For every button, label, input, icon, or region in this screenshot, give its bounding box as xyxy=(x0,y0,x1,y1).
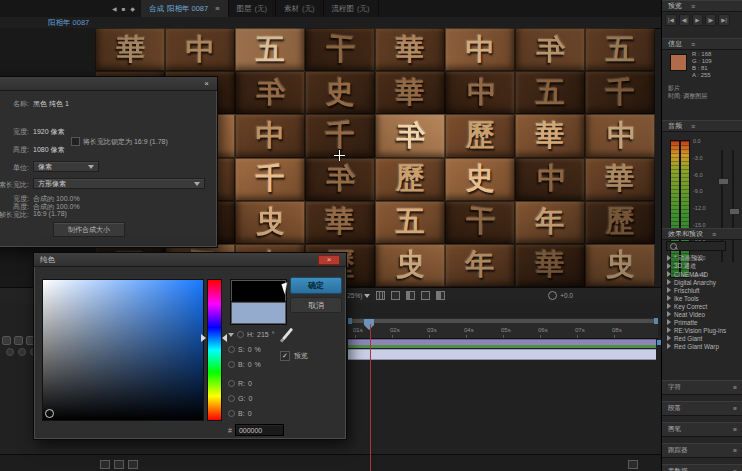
exposure-control[interactable]: +0.0 xyxy=(548,291,573,300)
hue-strip[interactable] xyxy=(207,279,222,421)
effects-category[interactable]: RE:Vision Plug-ins xyxy=(662,326,742,334)
preview-panel-header[interactable]: 预览 ≡ xyxy=(662,0,742,12)
panel-menu-icon[interactable]: ≡ xyxy=(733,384,737,391)
panel-menu-icon[interactable]: ≡ xyxy=(712,231,716,238)
comp-tab[interactable]: 阳相年 0087 xyxy=(48,18,89,28)
shy-switch-icon[interactable] xyxy=(6,348,14,356)
collapsed-panel-header-4[interactable]: 跟踪器≡ xyxy=(662,443,742,458)
expand-arrow-icon xyxy=(667,287,671,293)
panel-menu-icon[interactable]: ≡ xyxy=(691,3,695,10)
saturation-field[interactable]: S:0% xyxy=(228,342,298,357)
radio-icon[interactable] xyxy=(228,380,235,387)
panel-menu-icon[interactable]: ≡ xyxy=(733,447,737,454)
prev-frame-button[interactable]: ◀| xyxy=(679,14,691,26)
audio-switch-icon[interactable] xyxy=(14,336,23,345)
square-icon[interactable]: ■ xyxy=(122,6,126,12)
audio-slider-handle-right[interactable] xyxy=(729,208,740,215)
effects-category[interactable]: Key Correct xyxy=(662,302,742,310)
panel-menu-icon[interactable]: ≡ xyxy=(215,4,219,13)
effects-category[interactable]: Red Giant xyxy=(662,334,742,342)
hex-input[interactable]: 000000 xyxy=(235,424,284,436)
effects-panel-header[interactable]: 效果和预设 ≡ xyxy=(662,228,742,240)
effects-category[interactable]: CINEMA 4D xyxy=(662,270,742,278)
expand-in-out-icon[interactable] xyxy=(128,460,138,469)
red-field[interactable]: R:0 xyxy=(228,376,298,391)
back-arrow-icon[interactable]: ◀ xyxy=(112,5,117,12)
tab-footage[interactable]: 素材(无) xyxy=(276,0,324,17)
effects-category[interactable]: 3D 通道 xyxy=(662,262,742,270)
ok-button[interactable]: 确定 xyxy=(290,277,342,294)
green-field[interactable]: G:0 xyxy=(228,391,298,406)
channel-icon[interactable] xyxy=(406,291,415,300)
tab-label: 合成 xyxy=(149,4,164,14)
audio-slider-track-right[interactable] xyxy=(732,150,734,262)
comp-mini-flowchart-icon[interactable] xyxy=(628,460,638,469)
name-value[interactable]: 黑色 纯色 1 xyxy=(33,99,69,109)
brightness-field[interactable]: B:0% xyxy=(228,357,298,372)
units-dropdown[interactable]: 像素 xyxy=(33,161,99,172)
safe-areas-icon[interactable] xyxy=(376,291,385,300)
time-ruler[interactable]: 01s02s03s04s05s06s07s08s xyxy=(348,324,658,339)
layer-bar-3[interactable] xyxy=(348,349,656,360)
collapsed-panel-header-3[interactable]: 画笔≡ xyxy=(662,422,742,437)
panel-menu-icon[interactable]: ≡ xyxy=(691,123,695,130)
height-value[interactable]: 1080 像素 xyxy=(33,145,65,155)
panel-menu-icon[interactable]: ≡ xyxy=(733,426,737,433)
effects-search-input[interactable] xyxy=(666,241,726,251)
transparency-grid-icon[interactable] xyxy=(436,291,445,300)
saturation-brightness-field[interactable] xyxy=(42,279,204,421)
make-comp-size-button[interactable]: 制作合成大小 xyxy=(53,222,125,237)
info-panel-header[interactable]: 信息 ≡ xyxy=(662,38,742,50)
tab-flowchart[interactable]: 流程图(无) xyxy=(324,0,379,17)
radio-icon[interactable] xyxy=(228,346,235,353)
tab-layer[interactable]: 图层(无) xyxy=(229,0,277,17)
last-frame-button[interactable]: ▶| xyxy=(718,14,730,26)
next-frame-button[interactable]: |▶ xyxy=(705,14,717,26)
first-frame-button[interactable]: |◀ xyxy=(665,14,677,26)
solid-settings-titlebar[interactable]: × xyxy=(0,77,217,91)
collapsed-panel-header-2[interactable]: 段落≡ xyxy=(662,401,742,416)
radio-icon[interactable] xyxy=(228,361,235,368)
close-icon[interactable]: × xyxy=(318,255,340,265)
effects-category[interactable]: Red Giant Warp xyxy=(662,342,742,350)
magnification-dropdown[interactable]: (25%) xyxy=(345,292,370,299)
diamond-icon[interactable]: ◆ xyxy=(130,5,135,12)
audio-panel-header[interactable]: 音频 ≡ xyxy=(662,120,742,132)
effects-category[interactable]: Frischluft xyxy=(662,286,742,294)
panel-menu-icon[interactable]: ≡ xyxy=(691,41,695,48)
hue-slider-right-arrow-icon[interactable] xyxy=(222,334,227,342)
expand-layer-switches-icon[interactable] xyxy=(100,460,110,469)
hex-field[interactable]: # 000000 xyxy=(228,423,298,437)
collapsed-panel-header-1[interactable]: 字符≡ xyxy=(662,380,742,395)
effects-category[interactable]: Ike Tools xyxy=(662,294,742,302)
effects-category[interactable]: Neat Video xyxy=(662,310,742,318)
tab-composition[interactable]: 合成阳相年 0087≡ xyxy=(141,0,229,17)
close-icon[interactable]: × xyxy=(202,80,211,88)
collapsed-panel-header-5[interactable]: 元数据≡ xyxy=(662,464,742,471)
pixel-aspect-dropdown[interactable]: 方形像素 xyxy=(33,178,205,189)
radio-icon[interactable] xyxy=(228,410,235,417)
expand-transfer-controls-icon[interactable] xyxy=(114,460,124,469)
wood-block: 年 xyxy=(445,244,515,287)
hue-slider-left-arrow-icon[interactable] xyxy=(201,334,206,342)
radio-icon[interactable] xyxy=(237,331,244,338)
radio-icon[interactable] xyxy=(228,395,235,402)
hue-field[interactable]: H:215° xyxy=(228,327,298,342)
color-picker-ring[interactable] xyxy=(45,409,54,418)
play-button[interactable]: ▶ xyxy=(692,14,702,26)
video-switch-icon[interactable] xyxy=(2,336,11,345)
audio-slider-handle-left[interactable] xyxy=(718,178,729,185)
expand-arrow-icon xyxy=(667,343,671,349)
mask-toggle-icon[interactable] xyxy=(391,291,400,300)
effects-category[interactable]: Primatte xyxy=(662,318,742,326)
lock-aspect-checkbox[interactable] xyxy=(71,137,80,146)
cancel-button[interactable]: 取消 xyxy=(290,297,342,313)
effects-category[interactable]: Digital Anarchy xyxy=(662,278,742,286)
width-value[interactable]: 1920 像素 xyxy=(33,127,65,137)
layer-bar-2[interactable] xyxy=(348,345,656,348)
color-dialog-titlebar[interactable]: 纯色 × xyxy=(34,253,346,267)
motion-blur-switch-icon[interactable] xyxy=(18,348,26,356)
panel-menu-icon[interactable]: ≡ xyxy=(733,405,737,412)
region-of-interest-icon[interactable] xyxy=(421,291,430,300)
blue-field[interactable]: B:0 xyxy=(228,406,298,421)
